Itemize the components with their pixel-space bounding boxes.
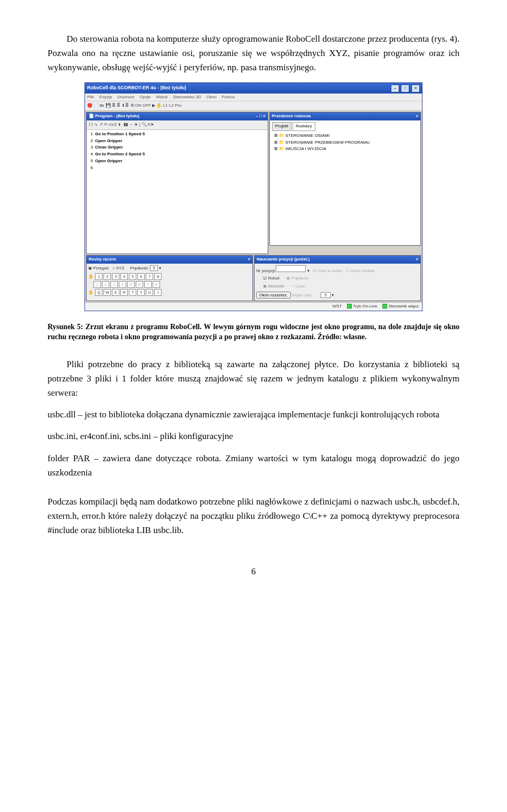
menu-item[interactable]: Opcje [139,94,151,101]
axis-key-disabled: 1 [93,281,101,288]
minimize-icon[interactable]: – [391,85,399,92]
maximize-icon[interactable]: □ [401,85,409,92]
tree-item[interactable]: STEROWANIE OSIAMI [274,133,418,139]
axis-key-disabled: 8 [153,281,160,288]
program-window-controls[interactable]: – □ × [256,113,265,120]
tree-item[interactable]: WEJŚCIA I WYJŚCIA [274,146,418,153]
arrow-up-icon: 🖐 [88,274,93,279]
axis-key[interactable]: T [129,289,136,296]
teach-expand-button[interactable]: Okno rozszerz. [256,292,291,298]
axis-key[interactable]: I [154,289,162,296]
teach-panel: Nauczanie pozycji (podst.) × Nr pozycji … [254,255,421,301]
tree-item[interactable]: STEROWANIE PRZEBIEGIEM PROGRAMU [274,139,418,146]
workspace-close-icon[interactable]: × [416,113,418,120]
axis-key[interactable]: Y [137,289,145,296]
app-titlebar: RoboCell dla SCORBOT-ER 4u - (Bez tytułu… [85,83,422,94]
status-ctrl-icon [382,304,387,309]
manual-title: Ruchy ręczne [89,256,116,263]
axis-key-disabled: 7 [144,281,152,288]
axis-key[interactable]: Q [95,289,102,296]
menu-item[interactable]: Pomoc [222,94,235,101]
menu-item[interactable]: Stanowisko 3D [173,94,201,101]
teach-close-icon[interactable]: × [416,256,418,263]
status-mode: Tryb On-Line [353,304,377,309]
menu-item[interactable]: Uruchom [117,94,134,101]
axis-key[interactable]: U [146,289,153,296]
paragraph-files-intro: Pliki potrzebne do pracy z biblioteką są… [48,357,459,400]
mode-xyz-radio[interactable]: ○ XYZ [112,266,125,270]
program-body[interactable]: 1Go to Position 1 Speed 5 2Open Gripper … [87,130,268,254]
paragraph-ini-files: usbc.ini, er4conf.ini, scbs.ini – pliki … [48,429,459,443]
menu-item[interactable]: Okno [206,94,217,101]
axis-key[interactable]: 2 [104,273,111,280]
app-title: RoboCell dla SCORBOT-ER 4u - (Bez tytułu… [87,84,186,91]
axis-key[interactable]: W [104,289,111,296]
teach-title: Nauczanie pozycji (podst.) [257,256,309,263]
program-title: 📄 Program - (Bez tytułu) [89,113,139,120]
teach-nr-input[interactable] [276,265,306,272]
axis-key[interactable]: 3 [112,273,119,280]
axis-key-disabled: 6 [136,281,143,288]
figure-caption: Rysunek 5: Zrzut ekranu z programu RoboC… [48,322,459,342]
axis-key[interactable]: 8 [154,273,162,280]
manual-panel: Ruchy ręczne × ◉ Przegub ○ XYZ Prędkość:… [86,255,253,301]
paragraph-compilation: Podczas kompilacji będą nam dodatkowo po… [48,494,459,538]
workspace-body[interactable]: Projekt Rozkazy STEROWANIE OSIAMI STEROW… [270,120,420,245]
manual-close-icon[interactable]: × [248,256,250,263]
axis-key[interactable]: 5 [129,273,136,280]
axis-key-disabled: 4 [119,281,126,288]
axis-key[interactable]: 1 [95,273,102,280]
teach-speed-value[interactable]: 5 [321,292,330,298]
workspace-title: Przestrzeń robocza [272,113,311,120]
axis-key-disabled: 2 [102,281,109,288]
axis-key-disabled: 5 [127,281,135,288]
workspace-window: Przestrzeń robocza × Projekt Rozkazy STE… [269,112,421,246]
menu-item[interactable]: Widok [156,94,167,101]
axis-key-disabled: 3 [110,281,118,288]
paragraph-intro: Do sterowania robota na komputerze służy… [48,32,459,75]
menu-item[interactable]: Plik [87,94,94,101]
arrow-down-icon: 🖐 [88,290,93,295]
robocell-screenshot: RoboCell dla SCORBOT-ER 4u - (Bez tytułu… [84,82,422,311]
program-toolbar[interactable]: ⟨ ⟩ ↘ ↗ ✏ x1/2 ⏵ ▮▮ → ★ | 🔍 K➤ [87,120,268,130]
paragraph-par-folder: folder PAR – zawiera dane dotyczące robo… [48,451,459,480]
mode-joint-radio[interactable]: ◉ Przegub [88,266,109,270]
app-toolbar[interactable]: 🛑 📄 🗁 💾 ≣ ≣ ⬇≣ ⚙ ON OFF ▶ 🖐 L1 L2 Pro [85,101,422,111]
program-window: 📄 Program - (Bez tytułu) – □ × ⟨ ⟩ ↘ ↗ ✏… [86,112,268,254]
workspace-tab-commands[interactable]: Rozkazy [293,122,315,131]
app-main-area: 📄 Program - (Bez tytułu) – □ × ⟨ ⟩ ↘ ↗ ✏… [85,111,422,255]
app-window: RoboCell dla SCORBOT-ER 4u - (Bez tytułu… [84,82,422,311]
app-statusbar: WST Tryb On-Line Sterownik włącz. [85,302,422,311]
axis-key[interactable]: 7 [146,273,153,280]
axis-key[interactable]: 6 [137,273,145,280]
axis-key[interactable]: E [112,289,119,296]
close-icon[interactable]: × [411,85,420,92]
status-wst: WST [332,303,342,310]
teach-teach-button: Wyjść poz. [292,293,313,297]
workspace-tab-project[interactable]: Projekt [272,122,292,131]
window-controls[interactable]: – □ × [390,84,420,92]
page-number: 6 [48,564,459,578]
menu-item[interactable]: Edycja [99,94,112,101]
speed-label: Prędkość: [130,266,149,270]
teach-robot-radio[interactable]: ☑ Robot [263,276,279,281]
speed-value[interactable]: 5 [150,265,157,271]
status-online-icon [347,304,352,309]
status-ctrl: Sterownik włącz. [388,304,420,309]
app-menubar[interactable]: Plik Edycja Uruchom Opcje Widok Stanowis… [85,94,422,102]
teach-absolute-radio[interactable]: ◉ Absolute [263,284,284,288]
axis-key[interactable]: R [120,289,128,296]
paragraph-usbcdll: usbc.dll – jest to biblioteka dołączana … [48,407,459,422]
axis-key[interactable]: 4 [120,273,128,280]
teach-nr-label: Nr pozycji [256,268,275,273]
